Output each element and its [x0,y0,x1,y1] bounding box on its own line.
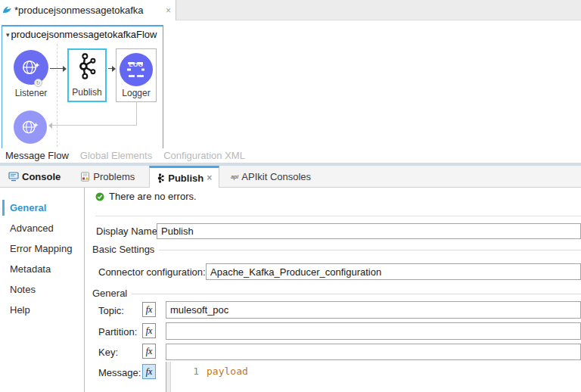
tab-apikit-consoles[interactable]: api APIkit Consoles [224,166,318,187]
properties-content: There are no errors. Display Name: Basic… [85,188,581,392]
editor-tab-title: *producejsonmessagetokafka [14,5,144,16]
properties-panel: General Advanced Error Mapping Metadata … [0,188,581,392]
logger-icon-text: LOG [120,61,153,68]
sidebar-item-metadata[interactable]: Metadata [0,259,84,279]
topic-fx-button[interactable]: fx [142,302,156,317]
view-tab-bar: Console Problems [0,166,581,188]
key-fx-button[interactable]: fx [142,344,156,359]
kafka-icon [75,52,99,80]
success-check-icon [95,192,104,201]
connector-configuration-input[interactable] [206,263,581,280]
anypoint-studio-window: *producejsonmessagetokafka × ▾producejso… [0,0,581,392]
logger-node[interactable]: LOG Logger [116,48,157,102]
listener-node-label: Listener [5,88,57,98]
code-token-payload: payload [207,366,248,377]
group-rule [132,294,581,294]
globe-icon [21,58,41,77]
connector-configuration-row: Connector configuration: [85,263,581,280]
partition-row: Partition: fx [85,322,581,340]
basic-settings-group-header: Basic Settings [92,244,581,255]
tab-publish[interactable]: Publish × [149,166,219,188]
problems-icon [80,172,90,182]
display-name-input[interactable] [157,223,581,239]
mule-config-icon [2,5,12,15]
code-line: 1payload [166,366,581,377]
message-row: Message: fx 1payload [85,362,581,392]
sidebar-item-notes[interactable]: Notes [0,279,84,300]
canvas-tab-bar: Message Flow Global Elements Configurati… [0,148,581,163]
divider [95,216,581,216]
partition-input[interactable] [166,322,581,340]
group-rule [159,250,581,250]
flow-arrow [108,68,115,69]
editor-tab-close-icon[interactable]: × [166,5,171,16]
message-fx-button[interactable]: fx [142,364,156,379]
response-connector [136,102,137,125]
key-input[interactable] [166,344,581,360]
flow-title[interactable]: ▾producejsonmessagetokafkaFlow [6,29,157,40]
topic-label: Topic: [98,305,124,316]
sidebar-item-general[interactable]: General [0,198,84,218]
kafka-small-icon [157,173,165,183]
message-flow-canvas: ▾producejsonmessagetokafkaFlow ↻ Listene… [0,20,581,148]
partition-label: Partition: [98,326,137,338]
apikit-icon: api [231,174,238,179]
http-listener-icon[interactable]: ↻ [14,50,48,85]
properties-sidebar: General Advanced Error Mapping Metadata … [0,188,85,392]
editor-tab-producejsonmessagetokafka[interactable]: *producejsonmessagetokafka × [0,0,176,20]
logger-icon: LOG [120,53,153,86]
console-icon [8,172,19,182]
line-number: 1 [166,366,199,377]
flow-arrow [50,68,66,69]
key-label: Key: [98,347,118,358]
display-name-label: Display Name: [96,226,160,237]
topic-input[interactable] [166,301,581,319]
message-label: Message: [98,367,141,378]
flow-container[interactable]: ▾producejsonmessagetokafkaFlow ↻ Listene… [2,25,163,148]
collapse-chevron-icon[interactable]: ▾ [6,31,10,39]
topic-row: Topic: fx [85,301,581,319]
message-code-editor[interactable]: 1payload [166,362,581,392]
tab-global-elements[interactable]: Global Elements [80,150,152,161]
display-name-row: Display Name: [85,223,581,239]
tab-configuration-xml[interactable]: Configuration XML [163,150,245,161]
reply-badge-icon: ↻ [34,79,42,87]
key-row: Key: fx [85,344,581,360]
publish-node-label: Publish [72,87,101,98]
listener-node[interactable]: ↻ Listener [14,50,48,85]
status-text: There are no errors. [109,191,197,202]
connector-configuration-label: Connector configuration: [98,266,206,278]
editor-tab-bar: *producejsonmessagetokafka × [0,0,581,20]
response-connector-arrow [49,125,137,126]
validation-status: There are no errors. [95,191,197,202]
publish-node[interactable]: Publish [67,48,107,102]
tab-console[interactable]: Console [2,166,67,187]
sidebar-item-advanced[interactable]: Advanced [0,218,84,238]
globe-light-icon[interactable] [14,110,47,144]
logger-node-label: Logger [122,88,150,98]
partition-fx-button[interactable]: fx [142,323,156,338]
source-response-node[interactable] [14,110,47,144]
tab-message-flow[interactable]: Message Flow [5,150,69,161]
sidebar-item-help[interactable]: Help [0,300,84,320]
tab-problems[interactable]: Problems [73,166,141,187]
publish-tab-close-icon[interactable]: × [207,173,212,183]
sidebar-item-error-mapping[interactable]: Error Mapping [0,238,84,259]
general-group-header: General [92,288,581,299]
